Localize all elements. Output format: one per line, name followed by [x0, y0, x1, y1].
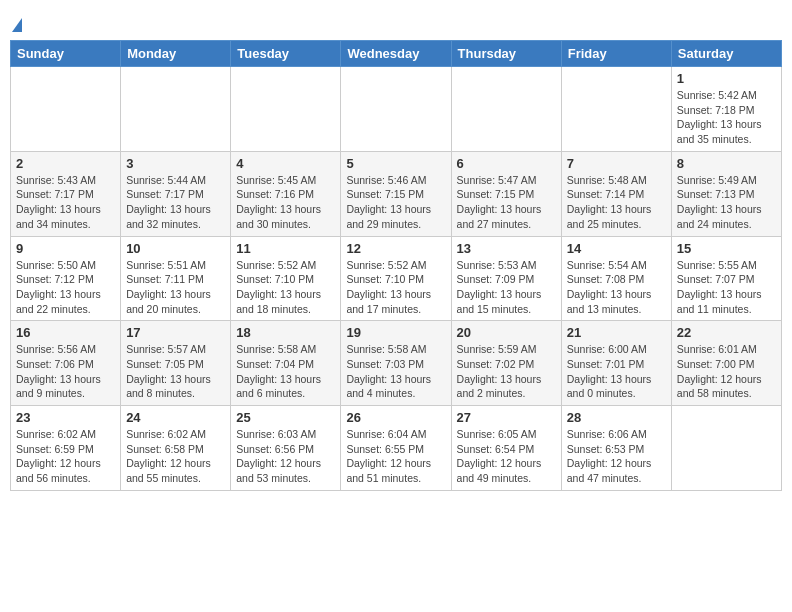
column-header-thursday: Thursday — [451, 41, 561, 67]
calendar-cell: 15Sunrise: 5:55 AM Sunset: 7:07 PM Dayli… — [671, 236, 781, 321]
day-detail: Sunrise: 5:51 AM Sunset: 7:11 PM Dayligh… — [126, 258, 225, 317]
day-number: 18 — [236, 325, 335, 340]
column-header-sunday: Sunday — [11, 41, 121, 67]
calendar-cell: 24Sunrise: 6:02 AM Sunset: 6:58 PM Dayli… — [121, 406, 231, 491]
calendar-cell: 23Sunrise: 6:02 AM Sunset: 6:59 PM Dayli… — [11, 406, 121, 491]
logo — [10, 18, 22, 32]
calendar-cell — [231, 67, 341, 152]
calendar-week-row: 2Sunrise: 5:43 AM Sunset: 7:17 PM Daylig… — [11, 151, 782, 236]
calendar-cell: 21Sunrise: 6:00 AM Sunset: 7:01 PM Dayli… — [561, 321, 671, 406]
day-detail: Sunrise: 5:58 AM Sunset: 7:03 PM Dayligh… — [346, 342, 445, 401]
day-detail: Sunrise: 5:47 AM Sunset: 7:15 PM Dayligh… — [457, 173, 556, 232]
calendar-cell: 4Sunrise: 5:45 AM Sunset: 7:16 PM Daylig… — [231, 151, 341, 236]
calendar-cell: 16Sunrise: 5:56 AM Sunset: 7:06 PM Dayli… — [11, 321, 121, 406]
calendar-cell: 19Sunrise: 5:58 AM Sunset: 7:03 PM Dayli… — [341, 321, 451, 406]
column-header-monday: Monday — [121, 41, 231, 67]
day-detail: Sunrise: 5:44 AM Sunset: 7:17 PM Dayligh… — [126, 173, 225, 232]
day-detail: Sunrise: 6:02 AM Sunset: 6:58 PM Dayligh… — [126, 427, 225, 486]
day-number: 10 — [126, 241, 225, 256]
day-detail: Sunrise: 5:53 AM Sunset: 7:09 PM Dayligh… — [457, 258, 556, 317]
day-detail: Sunrise: 5:59 AM Sunset: 7:02 PM Dayligh… — [457, 342, 556, 401]
day-detail: Sunrise: 5:43 AM Sunset: 7:17 PM Dayligh… — [16, 173, 115, 232]
calendar-cell: 28Sunrise: 6:06 AM Sunset: 6:53 PM Dayli… — [561, 406, 671, 491]
day-detail: Sunrise: 5:46 AM Sunset: 7:15 PM Dayligh… — [346, 173, 445, 232]
day-number: 1 — [677, 71, 776, 86]
day-number: 25 — [236, 410, 335, 425]
day-detail: Sunrise: 6:04 AM Sunset: 6:55 PM Dayligh… — [346, 427, 445, 486]
day-number: 20 — [457, 325, 556, 340]
calendar-week-row: 23Sunrise: 6:02 AM Sunset: 6:59 PM Dayli… — [11, 406, 782, 491]
calendar-week-row: 16Sunrise: 5:56 AM Sunset: 7:06 PM Dayli… — [11, 321, 782, 406]
day-number: 13 — [457, 241, 556, 256]
day-number: 19 — [346, 325, 445, 340]
day-detail: Sunrise: 5:50 AM Sunset: 7:12 PM Dayligh… — [16, 258, 115, 317]
day-number: 21 — [567, 325, 666, 340]
calendar-cell: 26Sunrise: 6:04 AM Sunset: 6:55 PM Dayli… — [341, 406, 451, 491]
calendar-cell: 1Sunrise: 5:42 AM Sunset: 7:18 PM Daylig… — [671, 67, 781, 152]
calendar-cell: 25Sunrise: 6:03 AM Sunset: 6:56 PM Dayli… — [231, 406, 341, 491]
calendar-cell: 20Sunrise: 5:59 AM Sunset: 7:02 PM Dayli… — [451, 321, 561, 406]
calendar-cell: 18Sunrise: 5:58 AM Sunset: 7:04 PM Dayli… — [231, 321, 341, 406]
calendar-cell: 8Sunrise: 5:49 AM Sunset: 7:13 PM Daylig… — [671, 151, 781, 236]
day-number: 2 — [16, 156, 115, 171]
calendar-cell — [671, 406, 781, 491]
day-number: 23 — [16, 410, 115, 425]
column-header-friday: Friday — [561, 41, 671, 67]
day-detail: Sunrise: 6:01 AM Sunset: 7:00 PM Dayligh… — [677, 342, 776, 401]
day-number: 15 — [677, 241, 776, 256]
calendar-cell: 14Sunrise: 5:54 AM Sunset: 7:08 PM Dayli… — [561, 236, 671, 321]
day-number: 11 — [236, 241, 335, 256]
calendar-cell — [451, 67, 561, 152]
day-detail: Sunrise: 6:00 AM Sunset: 7:01 PM Dayligh… — [567, 342, 666, 401]
calendar-cell — [11, 67, 121, 152]
day-number: 9 — [16, 241, 115, 256]
day-detail: Sunrise: 5:52 AM Sunset: 7:10 PM Dayligh… — [236, 258, 335, 317]
calendar-cell: 3Sunrise: 5:44 AM Sunset: 7:17 PM Daylig… — [121, 151, 231, 236]
day-number: 24 — [126, 410, 225, 425]
calendar-cell: 11Sunrise: 5:52 AM Sunset: 7:10 PM Dayli… — [231, 236, 341, 321]
day-detail: Sunrise: 6:06 AM Sunset: 6:53 PM Dayligh… — [567, 427, 666, 486]
day-number: 12 — [346, 241, 445, 256]
day-number: 28 — [567, 410, 666, 425]
day-number: 6 — [457, 156, 556, 171]
calendar-cell: 7Sunrise: 5:48 AM Sunset: 7:14 PM Daylig… — [561, 151, 671, 236]
day-detail: Sunrise: 5:54 AM Sunset: 7:08 PM Dayligh… — [567, 258, 666, 317]
calendar-cell: 13Sunrise: 5:53 AM Sunset: 7:09 PM Dayli… — [451, 236, 561, 321]
calendar-cell: 27Sunrise: 6:05 AM Sunset: 6:54 PM Dayli… — [451, 406, 561, 491]
logo-triangle-icon — [12, 18, 22, 32]
day-number: 8 — [677, 156, 776, 171]
calendar-week-row: 1Sunrise: 5:42 AM Sunset: 7:18 PM Daylig… — [11, 67, 782, 152]
day-detail: Sunrise: 6:02 AM Sunset: 6:59 PM Dayligh… — [16, 427, 115, 486]
calendar-cell: 6Sunrise: 5:47 AM Sunset: 7:15 PM Daylig… — [451, 151, 561, 236]
day-number: 3 — [126, 156, 225, 171]
day-number: 7 — [567, 156, 666, 171]
calendar-cell — [341, 67, 451, 152]
day-detail: Sunrise: 6:05 AM Sunset: 6:54 PM Dayligh… — [457, 427, 556, 486]
day-number: 27 — [457, 410, 556, 425]
day-detail: Sunrise: 5:48 AM Sunset: 7:14 PM Dayligh… — [567, 173, 666, 232]
calendar-cell: 17Sunrise: 5:57 AM Sunset: 7:05 PM Dayli… — [121, 321, 231, 406]
day-detail: Sunrise: 5:45 AM Sunset: 7:16 PM Dayligh… — [236, 173, 335, 232]
calendar-header-row: SundayMondayTuesdayWednesdayThursdayFrid… — [11, 41, 782, 67]
day-number: 17 — [126, 325, 225, 340]
calendar-week-row: 9Sunrise: 5:50 AM Sunset: 7:12 PM Daylig… — [11, 236, 782, 321]
calendar-cell — [561, 67, 671, 152]
day-detail: Sunrise: 5:49 AM Sunset: 7:13 PM Dayligh… — [677, 173, 776, 232]
column-header-tuesday: Tuesday — [231, 41, 341, 67]
day-number: 14 — [567, 241, 666, 256]
calendar-cell: 2Sunrise: 5:43 AM Sunset: 7:17 PM Daylig… — [11, 151, 121, 236]
day-number: 26 — [346, 410, 445, 425]
day-number: 16 — [16, 325, 115, 340]
day-number: 4 — [236, 156, 335, 171]
day-detail: Sunrise: 5:58 AM Sunset: 7:04 PM Dayligh… — [236, 342, 335, 401]
day-number: 5 — [346, 156, 445, 171]
day-detail: Sunrise: 5:55 AM Sunset: 7:07 PM Dayligh… — [677, 258, 776, 317]
calendar-cell: 12Sunrise: 5:52 AM Sunset: 7:10 PM Dayli… — [341, 236, 451, 321]
calendar-cell: 10Sunrise: 5:51 AM Sunset: 7:11 PM Dayli… — [121, 236, 231, 321]
day-detail: Sunrise: 6:03 AM Sunset: 6:56 PM Dayligh… — [236, 427, 335, 486]
calendar-cell: 22Sunrise: 6:01 AM Sunset: 7:00 PM Dayli… — [671, 321, 781, 406]
calendar-table: SundayMondayTuesdayWednesdayThursdayFrid… — [10, 40, 782, 491]
day-detail: Sunrise: 5:56 AM Sunset: 7:06 PM Dayligh… — [16, 342, 115, 401]
column-header-wednesday: Wednesday — [341, 41, 451, 67]
day-detail: Sunrise: 5:52 AM Sunset: 7:10 PM Dayligh… — [346, 258, 445, 317]
